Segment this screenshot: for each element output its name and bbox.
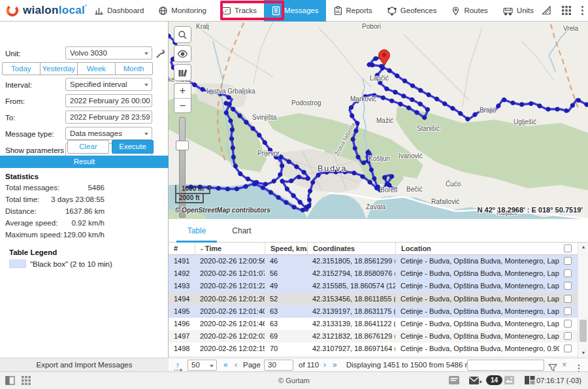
zoom-out-button[interactable]: −: [174, 99, 191, 114]
row-checkbox[interactable]: [564, 282, 572, 290]
row-checkbox[interactable]: [564, 307, 572, 315]
to-input[interactable]: 2022 February 28 23:59: [65, 110, 152, 124]
nav-label: Geofences: [400, 7, 437, 14]
map-search-button[interactable]: [174, 26, 191, 43]
nav-dashboard[interactable]: Dashboard: [87, 0, 151, 22]
wrench-icon[interactable]: [155, 48, 166, 59]
map-layers-button[interactable]: [174, 64, 191, 81]
wialon-logo[interactable]: wialonlocalʼ: [5, 3, 87, 18]
scale-imperial: 2000 ft: [175, 194, 204, 203]
black-box-legend-swatch: [9, 260, 26, 268]
svg-text:?: ?: [176, 362, 179, 369]
scroll-down-arrow[interactable]: ▼: [578, 348, 588, 358]
chevron-down-icon: [144, 52, 148, 55]
messages-sidebar: Unit: Volvo 3030 Today Yesterday Week Mo…: [0, 22, 169, 371]
unread-messages-badge[interactable]: 14: [486, 375, 502, 385]
table-row-selected[interactable]: 14942020-02-26 12:01:265242.3153456, 18.…: [169, 293, 578, 305]
stat-total-time: Total time:3 days 23:08:55: [5, 195, 165, 205]
map-visibility-button[interactable]: [174, 45, 191, 62]
filter-input[interactable]: [467, 360, 544, 371]
notices-card-icon[interactable]: [449, 376, 459, 384]
search-icon: [178, 30, 188, 40]
month-button[interactable]: Month: [115, 62, 154, 75]
row-checkbox[interactable]: [564, 345, 572, 352]
nav-label: Monitoring: [171, 7, 206, 14]
clear-button[interactable]: Clear: [67, 140, 109, 154]
prev-page-button[interactable]: ‹: [235, 358, 237, 372]
today-button[interactable]: Today: [2, 62, 41, 75]
yesterday-button[interactable]: Yesterday: [40, 62, 78, 75]
week-button[interactable]: Week: [77, 62, 116, 75]
table-row[interactable]: 14922020-02-26 12:01:075642.3152794, 18.…: [169, 267, 578, 280]
measure-ruler-icon[interactable]: [541, 5, 552, 16]
col-speed[interactable]: Speed, km/h: [265, 243, 307, 255]
row-checkbox[interactable]: [564, 257, 572, 265]
nav-monitoring[interactable]: Monitoring: [151, 0, 214, 22]
kebab-menu-icon[interactable]: [581, 5, 584, 16]
unit-select[interactable]: Volvo 3030: [65, 46, 152, 59]
media-image-icon[interactable]: [504, 376, 514, 384]
from-input[interactable]: 2022 February 26 00:00: [65, 94, 152, 107]
row-checkbox[interactable]: [564, 320, 572, 328]
row-checkbox[interactable]: [564, 269, 572, 277]
next-page-button[interactable]: ›: [323, 358, 326, 372]
quick-range-buttons: Today Yesterday Week Month: [2, 62, 153, 75]
col-coordinates[interactable]: Coordinates: [307, 243, 395, 255]
row-checkbox[interactable]: [564, 332, 572, 340]
select-all-checkbox[interactable]: [564, 245, 572, 252]
eye-icon: [177, 50, 188, 58]
map[interactable]: Kralj Pobori Vrela ske Kuće Lastva Grbal…: [169, 22, 588, 219]
nav-geofences[interactable]: Geofences: [380, 0, 444, 22]
interval-select[interactable]: Specified interval: [65, 78, 152, 91]
result-tabs: Table Chart: [169, 219, 588, 243]
tab-chart[interactable]: Chart: [222, 219, 261, 243]
stat-maximum-speed: Maximum speed:129.00 km/h: [5, 231, 165, 240]
interval-label: Interval:: [5, 81, 32, 89]
layout-columns-icon[interactable]: [525, 376, 535, 384]
table-row[interactable]: 14912020-02-26 12:00:564642.3151805, 18.…: [169, 255, 578, 267]
select-all-cell: [559, 245, 576, 254]
map-canvas: [169, 22, 588, 219]
table-row[interactable]: 14982020-02-26 12:02:157042.3107927, 18.…: [169, 343, 578, 355]
last-page-button[interactable]: »: [333, 358, 337, 372]
zoom-slider-handle[interactable]: [176, 141, 189, 150]
execute-button[interactable]: Execute: [112, 140, 154, 154]
table-row[interactable]: 14972020-02-26 12:02:036942.3121832, 18.…: [169, 330, 578, 343]
nav-label: Dashboard: [107, 7, 144, 14]
export-import-messages-button[interactable]: Export and Import Messages: [0, 358, 169, 371]
message-type-select[interactable]: Data messages: [65, 127, 152, 140]
nav-messages[interactable]: Messages: [264, 0, 325, 22]
zoom-buttons: + −: [174, 83, 191, 113]
col-number[interactable]: #: [169, 243, 195, 255]
clear-filter-icon[interactable]: ×: [562, 358, 567, 372]
to-label: To:: [5, 114, 15, 122]
row-checkbox[interactable]: [564, 295, 572, 303]
table-row[interactable]: 14952020-02-26 12:01:406342.3139197, 18.…: [169, 305, 578, 318]
table-row[interactable]: 14932020-02-26 12:01:224942.315585, 18.8…: [169, 280, 578, 292]
scrollbar-thumb[interactable]: [580, 320, 587, 342]
messages-mail-icon[interactable]: [469, 376, 482, 386]
stat-distance: Distance:1637.86 km: [5, 207, 165, 216]
nav-routes[interactable]: Routes: [444, 0, 495, 22]
col-location[interactable]: Location: [395, 243, 559, 255]
col-time[interactable]: - Time: [195, 243, 265, 255]
map-layers-books-icon: [178, 68, 188, 78]
table-scrollbar[interactable]: ▲ ▼: [578, 243, 588, 358]
tab-table[interactable]: Table: [176, 219, 217, 243]
nav-units[interactable]: Units: [495, 0, 541, 22]
message-type-label: Message type:: [5, 130, 54, 138]
chevron-down-icon: [144, 84, 148, 86]
nav-tracks[interactable]: Tracks: [214, 0, 264, 22]
table-row[interactable]: 14962020-02-26 12:01:466342.3133139, 18.…: [169, 318, 578, 330]
nav-reports[interactable]: Reports: [326, 0, 380, 22]
zoom-in-button[interactable]: +: [174, 84, 191, 99]
apps-grid-icon[interactable]: [561, 5, 572, 16]
scroll-up-arrow[interactable]: ▲: [578, 243, 588, 252]
first-page-button[interactable]: «: [223, 358, 228, 372]
messages-panel: Table Chart # - Time Speed, km/h Coordin…: [169, 219, 588, 371]
wialon-app: wialonlocalʼ Dashboard Monitoring Tracks…: [0, 0, 588, 389]
page-size-select[interactable]: 50: [188, 360, 217, 371]
chevron-down-icon: [144, 133, 148, 135]
black-box-legend-label: "Black box" (2 to 10 min): [30, 260, 112, 268]
page-number-input[interactable]: 30: [264, 360, 293, 371]
